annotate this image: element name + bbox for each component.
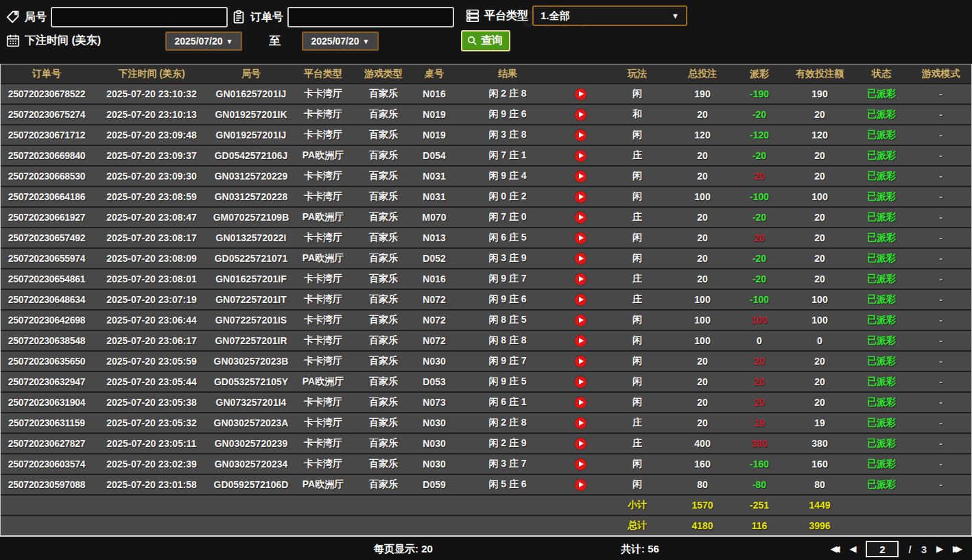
date-from-picker[interactable]: 2025/07/20 ▼ bbox=[165, 32, 242, 51]
payout-cell: 20 bbox=[732, 397, 787, 408]
play-cell bbox=[559, 232, 602, 244]
play-cell bbox=[559, 479, 602, 491]
bet-time-filter: 下注时间 (美东) bbox=[5, 33, 101, 48]
payout-cell: 20 bbox=[732, 356, 787, 367]
play-video-icon[interactable] bbox=[575, 150, 586, 162]
total-bet-cell: 20 bbox=[673, 397, 732, 408]
payout-cell: -20 bbox=[732, 273, 787, 284]
play-video-icon[interactable] bbox=[575, 232, 586, 244]
play-video-icon[interactable] bbox=[575, 294, 586, 306]
play-video-icon[interactable] bbox=[575, 130, 586, 141]
payout-cell: -160 bbox=[732, 459, 787, 470]
order-number-cell: 250720230657492 bbox=[1, 232, 93, 243]
filter-bar: 局号 订单号 平台类型 1.全部 bbox=[0, 0, 972, 64]
play-video-icon[interactable] bbox=[575, 171, 586, 182]
order-number-cell: 250720230648634 bbox=[1, 294, 93, 305]
game-type-cell: 百家乐 bbox=[355, 293, 412, 306]
play-video-icon[interactable] bbox=[575, 273, 586, 285]
table-row: 2507202305970882025-07-20 23:01:58GD0592… bbox=[1, 474, 971, 494]
date-to-picker[interactable]: 2025/07/20 ▼ bbox=[302, 32, 379, 51]
platform-type-label: 平台类型 bbox=[484, 9, 528, 23]
play-video-icon[interactable] bbox=[575, 191, 586, 203]
subtotal-row: 小计 1570 -251 1449 bbox=[1, 494, 971, 515]
result-cell: 闲 9 庄 6 bbox=[456, 293, 559, 306]
column-header: 状态 bbox=[853, 68, 910, 80]
next-page-icon[interactable]: ▶ bbox=[936, 540, 943, 558]
play-video-icon[interactable] bbox=[575, 109, 586, 121]
bet-time-cell: 2025-07-20 23:02:39 bbox=[93, 459, 211, 470]
result-cell: 闲 7 庄 0 bbox=[456, 211, 559, 223]
payout-cell: 20 bbox=[732, 171, 787, 182]
play-cell bbox=[559, 253, 602, 265]
calendar-icon bbox=[5, 33, 21, 48]
table-number-cell: N030 bbox=[412, 356, 456, 367]
result-cell: 闲 2 庄 8 bbox=[456, 88, 559, 100]
game-number-cell: GN072257201IS bbox=[211, 315, 292, 326]
play-video-icon[interactable] bbox=[575, 479, 586, 491]
current-page-value: 2 bbox=[879, 544, 885, 555]
column-header: 总投注 bbox=[673, 68, 732, 80]
table-row: 2507202306311592025-07-20 23:05:32GN0302… bbox=[1, 412, 971, 433]
table-row: 2507202306685302025-07-20 23:09:30GN0312… bbox=[1, 165, 971, 186]
total-bet-cell: 120 bbox=[673, 130, 732, 141]
play-video-icon[interactable] bbox=[575, 397, 586, 409]
table-row: 2507202306426982025-07-20 23:06:44GN0722… bbox=[1, 309, 971, 330]
order-number-cell: 250720230631904 bbox=[1, 397, 93, 408]
status-cell: 已派彩 bbox=[853, 170, 910, 182]
play-cell bbox=[559, 273, 602, 285]
column-header: 结果 bbox=[456, 68, 559, 80]
table-row: 2507202306785222025-07-20 23:10:32GN0162… bbox=[1, 83, 971, 104]
play-video-icon[interactable] bbox=[575, 88, 586, 100]
game-number-cell: GN073257201I4 bbox=[211, 397, 292, 408]
valid-bet-cell: 20 bbox=[787, 109, 853, 120]
order-number-input[interactable] bbox=[287, 7, 454, 27]
play-video-icon[interactable] bbox=[575, 417, 586, 429]
play-cell bbox=[559, 212, 602, 223]
column-header: 平台类型 bbox=[292, 68, 355, 80]
platform-type-select[interactable]: 1.全部 ▼ bbox=[532, 5, 687, 26]
tag-icon bbox=[5, 10, 21, 25]
play-video-icon[interactable] bbox=[575, 253, 586, 265]
table-row: 2507202306717122025-07-20 23:09:48GN0192… bbox=[1, 124, 971, 145]
status-cell: 已派彩 bbox=[853, 149, 910, 162]
play-cell bbox=[559, 438, 602, 450]
platform-cell: 卡卡湾厅 bbox=[292, 191, 355, 203]
search-button[interactable]: 查询 bbox=[461, 30, 510, 51]
subtotal-total-bet: 1570 bbox=[673, 500, 732, 511]
platform-cell: 卡卡湾厅 bbox=[292, 273, 355, 285]
game-type-cell: 百家乐 bbox=[355, 376, 412, 388]
valid-bet-cell: 20 bbox=[787, 273, 853, 284]
status-cell: 已派彩 bbox=[853, 478, 910, 491]
last-page-icon[interactable]: ▶▶ bbox=[953, 540, 962, 558]
play-video-icon[interactable] bbox=[575, 438, 586, 450]
order-number-cell: 250720230671712 bbox=[1, 130, 93, 141]
play-video-icon[interactable] bbox=[575, 212, 586, 223]
table-number-cell: D059 bbox=[412, 479, 456, 490]
current-page-input[interactable]: 2 bbox=[866, 541, 899, 557]
play-video-icon[interactable] bbox=[575, 459, 586, 470]
game-mode-cell: - bbox=[910, 253, 971, 264]
valid-bet-cell: 20 bbox=[787, 356, 853, 367]
game-type-cell: 百家乐 bbox=[355, 108, 412, 121]
game-type-cell: 百家乐 bbox=[355, 417, 412, 429]
status-cell: 已派彩 bbox=[853, 252, 910, 265]
play-video-icon[interactable] bbox=[575, 376, 586, 388]
payout-cell: -20 bbox=[732, 212, 787, 223]
previous-page-icon[interactable]: ◀ bbox=[849, 540, 856, 558]
result-cell: 闲 8 庄 5 bbox=[456, 314, 559, 326]
play-video-icon[interactable] bbox=[575, 335, 586, 347]
game-mode-cell: - bbox=[910, 315, 971, 326]
play-cell bbox=[559, 88, 602, 100]
play-video-icon[interactable] bbox=[575, 356, 586, 367]
result-cell: 闲 3 庄 8 bbox=[456, 129, 559, 141]
valid-bet-cell: 20 bbox=[787, 253, 853, 264]
first-page-icon[interactable]: ◀◀ bbox=[830, 540, 840, 558]
clipboard-icon bbox=[231, 10, 246, 25]
platform-cell: 卡卡湾厅 bbox=[292, 293, 355, 306]
valid-bet-cell: 20 bbox=[787, 150, 853, 161]
play-video-icon[interactable] bbox=[575, 315, 586, 326]
game-number-input[interactable] bbox=[51, 7, 228, 27]
game-mode-cell: - bbox=[910, 335, 971, 346]
total-bet-cell: 20 bbox=[673, 150, 732, 161]
order-number-cell: 250720230603574 bbox=[1, 459, 93, 470]
